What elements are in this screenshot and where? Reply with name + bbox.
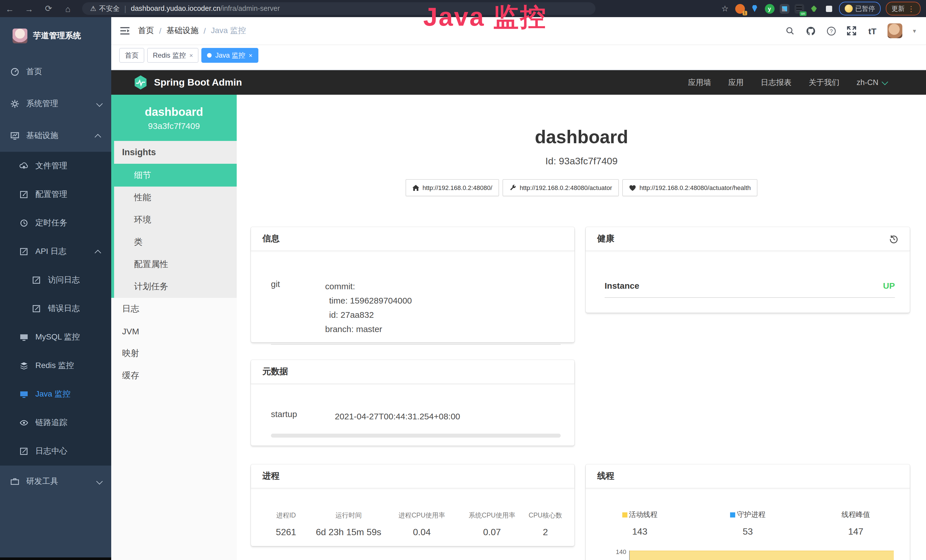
- row-divider: [605, 297, 895, 298]
- sidebar-item-log-center[interactable]: 日志中心: [0, 437, 111, 466]
- sba-nav-wallboard[interactable]: 应用墙: [688, 77, 711, 88]
- extension-grid-icon[interactable]: [779, 4, 789, 14]
- gear-icon: [10, 99, 20, 108]
- monitor-icon: [20, 333, 29, 342]
- doc-edit-icon: [32, 304, 41, 313]
- browser-menu-icon[interactable]: ⋮: [908, 4, 915, 13]
- metadata-row: startup 2021-04-27T00:44:31.254+08:00: [251, 409, 574, 423]
- note-edit-icon: [20, 447, 29, 456]
- instance-header[interactable]: dashboard 93a3fc7f7409: [111, 95, 237, 141]
- instance-urls: http://192.168.0.2:48080/ http://192.168…: [237, 179, 926, 196]
- extension-leaf-icon[interactable]: [809, 4, 819, 14]
- sidebar-item-error-log[interactable]: 错误日志: [0, 294, 111, 323]
- threads-chart: 140 120 100: [611, 551, 894, 560]
- chrome-update-button[interactable]: 更新 ⋮: [886, 2, 921, 15]
- reload-icon[interactable]: ⟳: [39, 3, 58, 14]
- scrollbar-thumb[interactable]: [271, 434, 561, 437]
- hamburger-icon[interactable]: [111, 26, 138, 35]
- admin-sidebar: 芋道管理系统 首页 系统管理 基础设施: [0, 17, 111, 560]
- user-avatar[interactable]: [888, 23, 903, 38]
- metadata-value: 2021-04-27T00:44:31.254+08:00: [335, 409, 561, 423]
- fullscreen-icon[interactable]: [847, 26, 857, 36]
- breadcrumb-home[interactable]: 首页: [138, 26, 154, 36]
- dashboard-icon: [10, 67, 20, 76]
- sba-nav-about[interactable]: 关于我们: [808, 77, 839, 88]
- tab-home[interactable]: 首页: [119, 48, 144, 63]
- profile-paused-chip[interactable]: 已暂停: [839, 2, 881, 15]
- close-icon[interactable]: ×: [189, 52, 193, 59]
- sidebar-item-mysql[interactable]: MySQL 监控: [0, 323, 111, 351]
- sba-item-jvm[interactable]: JVM: [111, 320, 237, 342]
- forward-icon[interactable]: →: [20, 4, 39, 14]
- sidebar-item-api-log[interactable]: API 日志: [0, 238, 111, 266]
- info-key: git: [271, 279, 325, 336]
- sba-item-caches[interactable]: 缓存: [111, 365, 237, 387]
- legend-peak-threads: 线程峰值 147: [802, 510, 910, 537]
- address-separator: |: [124, 4, 126, 13]
- back-icon[interactable]: ←: [0, 4, 20, 14]
- note-edit-icon: [20, 247, 29, 256]
- avatar-caret-icon[interactable]: ▾: [913, 27, 916, 35]
- annotation-text: Java 监控: [423, 0, 547, 34]
- app-logo-row[interactable]: 芋道管理系统: [0, 17, 111, 51]
- sba-brand[interactable]: Spring Boot Admin: [111, 75, 242, 90]
- sidebar-item-files[interactable]: 文件管理: [0, 152, 111, 180]
- sba-item-details[interactable]: 细节: [111, 164, 237, 186]
- sba-item-metrics[interactable]: 性能: [114, 186, 237, 209]
- locale-selector[interactable]: zh-CN: [856, 78, 887, 87]
- extension-pin-icon[interactable]: [750, 4, 760, 14]
- history-icon: [20, 218, 29, 228]
- help-icon[interactable]: ?: [826, 26, 837, 36]
- extension-y-icon[interactable]: y: [764, 4, 774, 14]
- sba-item-mappings[interactable]: 映射: [111, 342, 237, 365]
- sidebar-item-redis[interactable]: Redis 监控: [0, 351, 111, 380]
- sba-nav-journal[interactable]: 日志报表: [761, 77, 791, 88]
- sba-item-config-props[interactable]: 配置属性: [114, 253, 237, 275]
- sidebar-item-java-monitor[interactable]: Java 监控: [0, 380, 111, 409]
- actuator-url-chip[interactable]: http://192.168.0.2:48080/actuator: [502, 179, 619, 196]
- home-icon[interactable]: ⌂: [58, 4, 77, 14]
- sidebar-item-tracing[interactable]: 链路追踪: [0, 409, 111, 437]
- extension-colorpicker-icon[interactable]: 1: [735, 4, 744, 14]
- tab-java-monitor[interactable]: Java 监控 ×: [202, 48, 258, 63]
- monitor-icon: [20, 390, 29, 399]
- sba-nav: 应用墙 应用 日志报表 关于我们 zh-CN: [688, 77, 926, 88]
- health-url-chip[interactable]: http://192.168.0.2:48080/actuator/health: [622, 179, 758, 196]
- metadata-key: startup: [271, 409, 335, 423]
- sidebar-item-config[interactable]: 配置管理: [0, 180, 111, 209]
- service-url-chip[interactable]: http://192.168.0.2:48080/: [405, 179, 499, 196]
- extension-list-icon[interactable]: on: [794, 4, 804, 14]
- bookmark-star-icon[interactable]: ☆: [720, 4, 730, 14]
- legend-swatch-yellow: [622, 512, 627, 518]
- sba-item-environment[interactable]: 环境: [114, 209, 237, 231]
- security-label[interactable]: 不安全: [99, 4, 120, 14]
- sidebar-item-access-log[interactable]: 访问日志: [0, 266, 111, 294]
- sidebar-item-infra[interactable]: 基础设施: [0, 120, 111, 152]
- sba-item-logs[interactable]: 日志: [111, 298, 237, 320]
- info-git-row: git commit: time: 1596289704000 id: 27aa…: [251, 279, 574, 336]
- tab-redis-monitor[interactable]: Redis 监控 ×: [147, 48, 199, 63]
- sba-nav-applications[interactable]: 应用: [728, 77, 743, 88]
- browser-actions: ☆ 1 y on 已暂停: [720, 2, 926, 15]
- extension-puzzle-icon[interactable]: [824, 4, 834, 14]
- health-history-icon[interactable]: [889, 234, 898, 243]
- github-icon[interactable]: [806, 26, 816, 36]
- breadcrumb-infra[interactable]: 基础设施: [166, 26, 198, 36]
- insights-section-title: Insights: [114, 141, 237, 164]
- sidebar-item-jobs[interactable]: 定时任务: [0, 209, 111, 238]
- doc-edit-icon: [32, 275, 41, 285]
- sba-sidebar: dashboard 93a3fc7f7409 Insights 细节 性能 环境…: [111, 95, 237, 560]
- sba-item-classes[interactable]: 类: [114, 231, 237, 253]
- profile-emoji-avatar: [844, 5, 852, 12]
- instance-id: 93a3fc7f7409: [111, 121, 237, 130]
- eye-icon: [20, 418, 29, 427]
- home-icon: [412, 185, 419, 191]
- sidebar-item-system[interactable]: 系统管理: [0, 88, 111, 120]
- font-size-icon[interactable]: tT: [867, 26, 878, 36]
- close-icon[interactable]: ×: [249, 52, 253, 59]
- sidebar-item-home[interactable]: 首页: [0, 56, 111, 88]
- chevron-down-icon: [882, 79, 888, 85]
- search-icon[interactable]: [785, 26, 795, 36]
- sidebar-item-dev-tools[interactable]: 研发工具: [0, 466, 111, 498]
- sba-item-scheduled-tasks[interactable]: 计划任务: [114, 275, 237, 298]
